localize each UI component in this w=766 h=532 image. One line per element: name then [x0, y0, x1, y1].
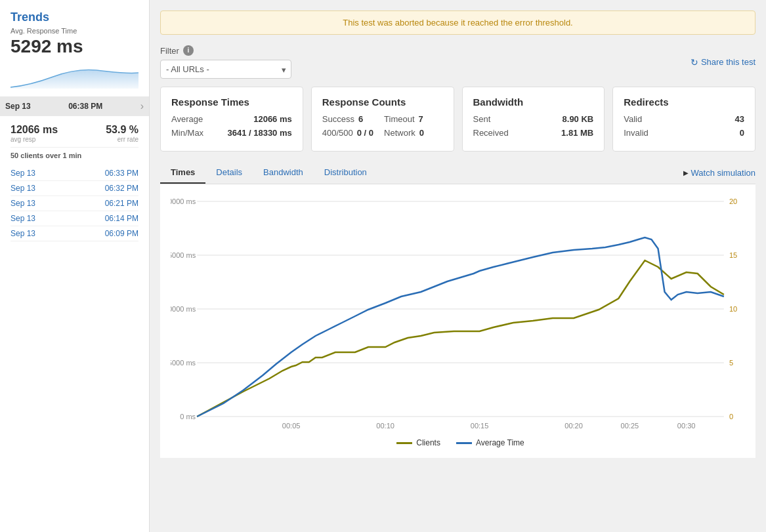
- history-date: Sep 13: [11, 199, 35, 208]
- clients-line: [197, 260, 724, 417]
- sidebar-err-rate-value: 53.9 %: [106, 124, 138, 136]
- filter-select-wrapper[interactable]: - All URLs -: [160, 60, 291, 79]
- svg-text:00:30: 00:30: [677, 422, 696, 430]
- tab-distribution[interactable]: Distribution: [314, 162, 377, 184]
- error-value: 0 / 0: [357, 128, 373, 138]
- sidebar-history-item[interactable]: Sep 13 06:32 PM: [11, 181, 138, 196]
- average-value: 12066 ms: [253, 114, 292, 124]
- timeout-label: Timeout: [384, 114, 414, 124]
- legend-avg-time: Average Time: [456, 438, 524, 447]
- redirects-title: Redirects: [624, 96, 744, 108]
- history-date: Sep 13: [11, 214, 35, 223]
- sidebar-stats: 12066 ms avg resp 53.9 % err rate: [11, 120, 138, 148]
- clients-legend-label: Clients: [416, 438, 440, 447]
- bandwidth-received-row: Received 1.81 MB: [473, 128, 594, 138]
- network-value: 0: [419, 128, 424, 138]
- response-counts-title: Response Counts: [322, 96, 443, 108]
- history-time: 06:32 PM: [105, 184, 138, 193]
- tab-times[interactable]: Times: [160, 162, 205, 184]
- svg-text:5000 ms: 5000 ms: [171, 359, 196, 367]
- bandwidth-card: Bandwidth Sent 8.90 KB Received 1.81 MB: [462, 87, 605, 152]
- response-counts-card: Response Counts Success 6 400/500 0 / 0: [311, 87, 454, 152]
- sidebar-history-item[interactable]: Sep 13 06:09 PM: [11, 226, 138, 241]
- watch-simulation-button[interactable]: ▶ Watch simulation: [683, 168, 756, 178]
- history-time: 06:33 PM: [105, 169, 138, 178]
- sidebar-history-item[interactable]: Sep 13 06:21 PM: [11, 196, 138, 211]
- timeout-value: 7: [419, 114, 423, 124]
- sent-value: 8.90 KB: [563, 114, 594, 124]
- svg-text:10: 10: [729, 305, 737, 313]
- tabs-row: Times Details Bandwidth Distribution ▶ W…: [160, 162, 755, 184]
- chart-container: 20000 ms 15000 ms 10000 ms 5000 ms 0 ms …: [160, 184, 755, 458]
- sidebar-err-rate-label: err rate: [106, 136, 138, 143]
- filter-info-icon: i: [183, 45, 194, 56]
- legend-clients: Clients: [396, 438, 440, 447]
- response-times-card: Response Times Average 12066 ms Min/Max …: [160, 87, 303, 152]
- svg-text:20: 20: [729, 197, 737, 205]
- sent-label: Sent: [473, 114, 491, 124]
- sidebar-avg-resp-label: avg resp: [11, 136, 58, 143]
- svg-text:10000 ms: 10000 ms: [171, 305, 196, 313]
- history-time: 06:21 PM: [105, 199, 138, 208]
- sidebar-trend-chart: [11, 62, 138, 89]
- svg-text:5: 5: [729, 359, 733, 367]
- sidebar-subtitle: Avg. Response Time: [11, 27, 138, 35]
- svg-text:15: 15: [729, 251, 737, 259]
- alert-banner: This test was aborted because it reached…: [160, 10, 755, 35]
- filter-label: Filter: [160, 46, 179, 56]
- average-time-line: [197, 237, 724, 417]
- success-label: Success: [322, 114, 354, 124]
- sidebar-err-rate: 53.9 % err rate: [106, 124, 138, 143]
- bandwidth-sent-row: Sent 8.90 KB: [473, 114, 594, 124]
- svg-text:00:25: 00:25: [621, 422, 639, 430]
- chart-legend: Clients Average Time: [171, 438, 750, 447]
- sidebar-history-item[interactable]: Sep 13 06:33 PM: [11, 166, 138, 181]
- share-link[interactable]: ↻ Share this test: [691, 57, 755, 68]
- error-label: 400/500: [322, 128, 353, 138]
- minmax-label: Min/Max: [171, 128, 203, 138]
- history-time: 06:14 PM: [105, 214, 138, 223]
- history-date: Sep 13: [11, 229, 35, 238]
- tab-details[interactable]: Details: [205, 162, 253, 184]
- sidebar-arrow-icon: ›: [140, 100, 144, 112]
- network-label: Network: [384, 128, 415, 138]
- success-value: 6: [358, 114, 363, 124]
- sidebar-clients-info: 50 clients over 1 min: [11, 152, 138, 159]
- svg-text:20000 ms: 20000 ms: [171, 197, 196, 205]
- valid-value: 43: [735, 114, 744, 124]
- svg-text:00:05: 00:05: [282, 422, 301, 430]
- watch-simulation-label: Watch simulation: [691, 168, 756, 178]
- avg-time-legend-label: Average Time: [476, 438, 524, 447]
- received-value: 1.81 MB: [561, 128, 593, 138]
- sidebar-avg-resp: 12066 ms avg resp: [11, 124, 58, 143]
- redirects-invalid-row: Invalid 0: [624, 128, 744, 138]
- main-content: This test was aborted because it reached…: [150, 0, 766, 532]
- sidebar-history-list: Sep 13 06:33 PM Sep 13 06:32 PM Sep 13 0…: [11, 166, 138, 241]
- response-times-minmax-row: Min/Max 3641 / 18330 ms: [171, 128, 292, 138]
- invalid-label: Invalid: [624, 128, 649, 138]
- tab-bandwidth[interactable]: Bandwidth: [253, 162, 314, 184]
- sidebar-avg-resp-value: 12066 ms: [11, 124, 58, 136]
- redirects-valid-row: Valid 43: [624, 114, 744, 124]
- chart-tabs: Times Details Bandwidth Distribution: [160, 162, 377, 184]
- svg-text:00:10: 00:10: [376, 422, 394, 430]
- clients-legend-line: [396, 442, 412, 444]
- bandwidth-title: Bandwidth: [473, 96, 594, 108]
- sidebar: Trends Avg. Response Time 5292 ms Sep 13…: [0, 0, 150, 532]
- stats-cards-row: Response Times Average 12066 ms Min/Max …: [160, 87, 755, 152]
- play-icon: ▶: [683, 169, 689, 176]
- sidebar-history-item[interactable]: Sep 13 06:14 PM: [11, 211, 138, 226]
- minmax-value: 3641 / 18330 ms: [227, 128, 291, 138]
- svg-text:15000 ms: 15000 ms: [171, 251, 196, 259]
- filter-select[interactable]: - All URLs -: [160, 60, 291, 79]
- history-date: Sep 13: [11, 169, 35, 178]
- invalid-value: 0: [740, 128, 744, 138]
- svg-text:00:20: 00:20: [564, 422, 583, 430]
- response-times-average-row: Average 12066 ms: [171, 114, 292, 124]
- sidebar-current-date: Sep 13: [5, 102, 31, 111]
- performance-chart: 20000 ms 15000 ms 10000 ms 5000 ms 0 ms …: [171, 195, 750, 431]
- sidebar-current-run[interactable]: Sep 13 06:38 PM ›: [0, 96, 149, 116]
- alert-message: This test was aborted because it reached…: [343, 18, 572, 28]
- svg-text:0 ms: 0 ms: [180, 413, 196, 420]
- response-times-title: Response Times: [171, 96, 292, 108]
